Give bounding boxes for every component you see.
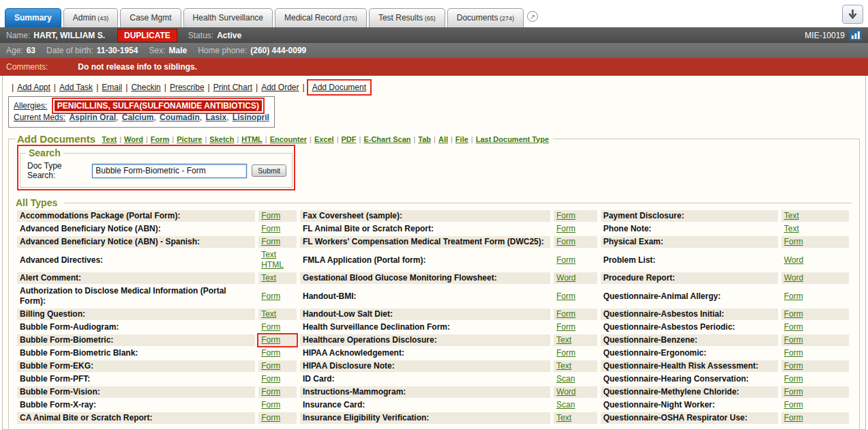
doc-type-link-form[interactable]: Form bbox=[784, 348, 803, 358]
doc-type-link-form[interactable]: Form bbox=[261, 335, 280, 345]
doc-type-link-form[interactable]: Form bbox=[261, 211, 280, 220]
filter-pdf[interactable]: PDF bbox=[342, 135, 357, 143]
action-prescribe[interactable]: Prescribe bbox=[170, 83, 205, 92]
doc-type-link-form[interactable]: Form bbox=[784, 374, 803, 384]
doc-type-links: Text bbox=[258, 309, 297, 320]
doc-type-link-form[interactable]: Form bbox=[261, 291, 280, 301]
tab-label: Medical Record bbox=[284, 13, 341, 23]
filter-word[interactable]: Word bbox=[124, 135, 143, 143]
doc-type-link-form[interactable]: Form bbox=[784, 322, 803, 332]
doc-type-link-form[interactable]: Form bbox=[556, 348, 575, 358]
doc-type-link-form[interactable]: Form bbox=[784, 400, 803, 410]
med-lasix[interactable]: Lasix bbox=[205, 113, 226, 122]
allergies-link[interactable]: Allergies: bbox=[14, 101, 47, 111]
doc-type-link-form[interactable]: Form bbox=[556, 224, 575, 233]
doc-type-link-text[interactable]: Text bbox=[556, 361, 571, 371]
doc-type-link-form[interactable]: Form bbox=[784, 413, 803, 422]
tab-medical-record[interactable]: Medical Record (375) bbox=[275, 8, 367, 27]
filter-all[interactable]: All bbox=[438, 135, 448, 143]
table-row: Accommodations Package (Portal Form):For… bbox=[17, 210, 849, 222]
doc-type-link-form[interactable]: Form bbox=[784, 291, 803, 301]
doc-type-link-form[interactable]: Form bbox=[556, 237, 575, 246]
med-calcium[interactable]: Calcium bbox=[122, 113, 154, 122]
action-add-appt[interactable]: Add Appt bbox=[17, 83, 50, 92]
filter-text[interactable]: Text bbox=[102, 135, 117, 143]
action-checkin[interactable]: Checkin bbox=[131, 83, 160, 92]
doc-type-link-form[interactable]: Form bbox=[556, 322, 575, 332]
doc-type-link-html[interactable]: HTML bbox=[261, 260, 284, 270]
doc-type-link-form[interactable]: Form bbox=[556, 291, 575, 301]
med-aspirin-oral[interactable]: Aspirin Oral bbox=[69, 113, 116, 122]
doc-type-link-form[interactable]: Form bbox=[261, 237, 280, 246]
doc-type-link-text[interactable]: Text bbox=[556, 335, 571, 345]
doc-type-links: Text bbox=[781, 210, 849, 222]
duplicate-badge[interactable]: DUPLICATE bbox=[117, 29, 177, 42]
filter-tab[interactable]: Tab bbox=[418, 135, 431, 143]
filter-last-document-type[interactable]: Last Document Type bbox=[476, 135, 549, 143]
doc-type-link-word[interactable]: Word bbox=[784, 255, 803, 265]
filter-encounter[interactable]: Encounter bbox=[270, 135, 307, 143]
age-label: Age: bbox=[6, 46, 23, 55]
filter-sketch[interactable]: Sketch bbox=[209, 135, 234, 143]
med-coumadin[interactable]: Coumadin bbox=[160, 113, 200, 122]
action-separator: | bbox=[125, 83, 128, 92]
doc-type-link-text[interactable]: Text bbox=[261, 250, 276, 259]
filter-html[interactable]: HTML bbox=[241, 135, 263, 143]
doc-type-link-form[interactable]: Form bbox=[261, 400, 280, 410]
tab-test-results[interactable]: Test Results (65) bbox=[369, 8, 445, 27]
doc-type-link-text[interactable]: Text bbox=[261, 273, 276, 283]
filter-excel[interactable]: Excel bbox=[314, 135, 334, 143]
tab-admin[interactable]: Admin (43) bbox=[63, 8, 119, 27]
action-email[interactable]: Email bbox=[102, 83, 122, 92]
all-types-title: All Types bbox=[16, 197, 57, 208]
filter-e-chart-scan[interactable]: E-Chart Scan bbox=[363, 135, 410, 143]
doc-type-link-scan[interactable]: Scan bbox=[556, 374, 575, 384]
action-add-order[interactable]: Add Order bbox=[261, 83, 299, 92]
doc-type-link-word[interactable]: Word bbox=[784, 273, 803, 283]
allergy-value[interactable]: PENICILLINS, SULFA(SULFONAMIDE ANTIBIOTI… bbox=[55, 100, 262, 111]
doc-type-link-form[interactable]: Form bbox=[556, 255, 575, 265]
popout-icon[interactable]: ↗ bbox=[527, 11, 538, 22]
doc-type-link-form[interactable]: Form bbox=[261, 224, 280, 233]
med-lisinopril[interactable]: Lisinopril bbox=[233, 113, 269, 122]
tab-summary[interactable]: Summary bbox=[5, 8, 61, 27]
doc-type-name: Bubble Form-X-ray: bbox=[17, 399, 255, 411]
doc-type-search-input[interactable] bbox=[92, 164, 247, 178]
doc-type-name: Questionnaire-OSHA Respirator Use: bbox=[601, 412, 778, 424]
doc-type-link-text[interactable]: Text bbox=[784, 211, 799, 220]
doc-type-link-form[interactable]: Form bbox=[261, 374, 280, 384]
doc-type-links: Word bbox=[554, 272, 597, 284]
doc-type-name: Phone Note: bbox=[601, 223, 778, 235]
doc-type-link-word[interactable]: Word bbox=[556, 387, 575, 397]
doc-type-link-scan[interactable]: Scan bbox=[556, 400, 575, 410]
tab-case-mgmt[interactable]: Case Mgmt bbox=[120, 8, 181, 27]
doc-type-link-text[interactable]: Text bbox=[556, 413, 571, 422]
doc-type-link-form[interactable]: Form bbox=[261, 348, 280, 358]
doc-type-link-form[interactable]: Form bbox=[784, 237, 803, 246]
current-meds-link[interactable]: Current Meds: bbox=[14, 113, 65, 122]
tab-health-surveillance[interactable]: Health Surveillance bbox=[183, 8, 273, 27]
doc-type-link-form[interactable]: Form bbox=[784, 361, 803, 371]
doc-type-link-form[interactable]: Form bbox=[556, 309, 575, 319]
download-button[interactable] bbox=[842, 5, 863, 24]
action-print-chart[interactable]: Print Chart bbox=[213, 83, 252, 92]
doc-type-link-word[interactable]: Word bbox=[556, 273, 575, 283]
action-add-document[interactable]: Add Document bbox=[312, 83, 366, 92]
doc-type-link-form[interactable]: Form bbox=[556, 211, 575, 220]
doc-type-link-form[interactable]: Form bbox=[261, 413, 280, 422]
filter-form[interactable]: Form bbox=[151, 135, 170, 143]
doc-type-link-text[interactable]: Text bbox=[261, 309, 276, 319]
doc-type-link-form[interactable]: Form bbox=[784, 387, 803, 397]
filter-file[interactable]: File bbox=[455, 135, 468, 143]
doc-type-link-form[interactable]: Form bbox=[784, 309, 803, 319]
doc-type-link-form[interactable]: Form bbox=[261, 387, 280, 397]
filter-picture[interactable]: Picture bbox=[177, 135, 202, 143]
doc-type-link-text[interactable]: Text bbox=[784, 224, 799, 233]
tab-documents[interactable]: Documents (274) bbox=[447, 8, 524, 27]
doc-type-link-form[interactable]: Form bbox=[261, 322, 280, 332]
flowsheet-chart-icon[interactable] bbox=[850, 30, 862, 40]
action-add-task[interactable]: Add Task bbox=[59, 83, 93, 92]
submit-button[interactable]: Submit bbox=[252, 164, 286, 177]
doc-type-link-form[interactable]: Form bbox=[261, 361, 280, 371]
doc-type-link-form[interactable]: Form bbox=[784, 335, 803, 345]
